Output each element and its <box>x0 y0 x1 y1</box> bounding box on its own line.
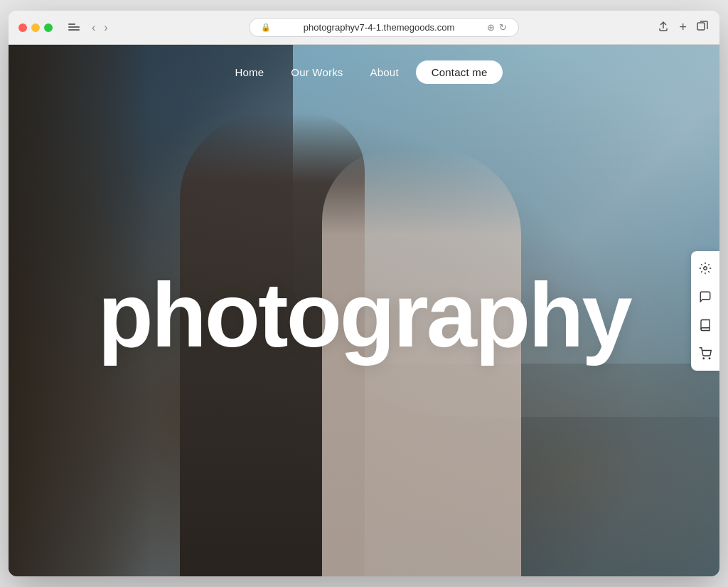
browser-actions: + <box>656 18 710 36</box>
sidebar-toggle-button[interactable] <box>65 22 82 33</box>
url-text: photographyv7-4-1.themegoods.com <box>275 22 483 33</box>
svg-rect-0 <box>697 23 705 30</box>
nav-home[interactable]: Home <box>225 62 274 83</box>
hero-title-container: photography <box>9 270 719 361</box>
back-button[interactable]: ‹ <box>88 20 99 36</box>
nav-contact-button[interactable]: Contact me <box>416 60 503 84</box>
svg-point-1 <box>704 266 707 270</box>
hero-title-text: photography <box>9 270 719 361</box>
browser-chrome: ‹ › 🔒 photographyv7-4-1.themegoods.com ⊕… <box>9 11 719 45</box>
traffic-lights <box>18 23 53 32</box>
hero-section: Home Our Works About Contact me photogra… <box>9 45 719 576</box>
new-tab-button[interactable]: + <box>678 18 688 36</box>
minimize-button[interactable] <box>31 23 40 32</box>
nav-about[interactable]: About <box>360 62 409 83</box>
cart-icon[interactable] <box>697 345 714 362</box>
chat-icon[interactable] <box>697 288 714 305</box>
svg-point-2 <box>703 358 705 359</box>
right-sidebar <box>691 251 719 371</box>
translate-icon: ⊕ <box>487 22 495 33</box>
share-button[interactable] <box>656 19 670 36</box>
tabs-button[interactable] <box>695 19 710 36</box>
book-icon[interactable] <box>697 317 714 334</box>
website-content: Home Our Works About Contact me photogra… <box>9 45 719 576</box>
close-button[interactable] <box>18 23 27 32</box>
address-bar[interactable]: 🔒 photographyv7-4-1.themegoods.com ⊕ ↻ <box>249 18 519 37</box>
nav-works[interactable]: Our Works <box>281 62 353 83</box>
forward-button[interactable]: › <box>100 20 111 36</box>
site-navigation: Home Our Works About Contact me <box>9 45 719 100</box>
reload-icon[interactable]: ↻ <box>499 22 507 33</box>
lock-icon: 🔒 <box>261 23 271 32</box>
settings-icon[interactable] <box>697 260 714 277</box>
address-bar-container: 🔒 photographyv7-4-1.themegoods.com ⊕ ↻ <box>119 18 650 37</box>
browser-controls: ‹ › <box>65 20 112 36</box>
maximize-button[interactable] <box>44 23 53 32</box>
svg-point-3 <box>709 358 710 359</box>
browser-window: ‹ › 🔒 photographyv7-4-1.themegoods.com ⊕… <box>9 11 719 576</box>
